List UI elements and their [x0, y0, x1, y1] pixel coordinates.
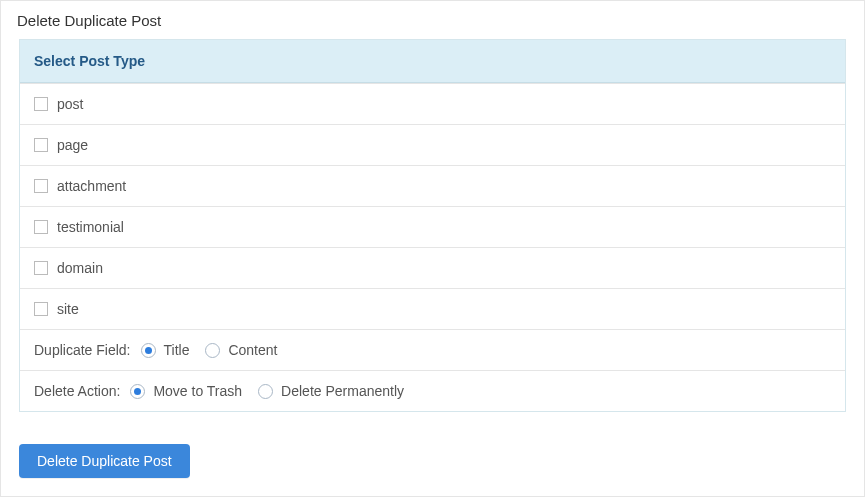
label-testimonial: testimonial: [57, 219, 124, 235]
duplicate-field-label: Duplicate Field:: [34, 342, 131, 358]
label-site: site: [57, 301, 79, 317]
post-type-row-domain: domain: [20, 247, 845, 288]
checkbox-attachment[interactable]: [34, 179, 48, 193]
delete-duplicate-post-button[interactable]: Delete Duplicate Post: [19, 444, 190, 478]
checkbox-site[interactable]: [34, 302, 48, 316]
radio-content-label: Content: [228, 342, 277, 358]
radio-content[interactable]: [205, 343, 220, 358]
label-page: page: [57, 137, 88, 153]
main-container: Delete Duplicate Post Select Post Type p…: [0, 0, 865, 497]
radio-move-to-trash[interactable]: [130, 384, 145, 399]
radio-title-label: Title: [164, 342, 190, 358]
checkbox-post[interactable]: [34, 97, 48, 111]
post-type-row-post: post: [20, 83, 845, 124]
delete-action-label: Delete Action:: [34, 383, 120, 399]
post-type-row-site: site: [20, 288, 845, 329]
label-post: post: [57, 96, 83, 112]
delete-action-row: Delete Action: Move to Trash Delete Perm…: [20, 370, 845, 411]
label-domain: domain: [57, 260, 103, 276]
panel-header-title: Select Post Type: [34, 53, 145, 69]
label-attachment: attachment: [57, 178, 126, 194]
radio-delete-permanently-label: Delete Permanently: [281, 383, 404, 399]
post-type-row-page: page: [20, 124, 845, 165]
panel-header: Select Post Type: [20, 40, 845, 83]
checkbox-testimonial[interactable]: [34, 220, 48, 234]
radio-title[interactable]: [141, 343, 156, 358]
duplicate-field-row: Duplicate Field: Title Content: [20, 329, 845, 370]
radio-delete-permanently[interactable]: [258, 384, 273, 399]
post-type-row-attachment: attachment: [20, 165, 845, 206]
radio-move-to-trash-label: Move to Trash: [153, 383, 242, 399]
post-type-row-testimonial: testimonial: [20, 206, 845, 247]
checkbox-page[interactable]: [34, 138, 48, 152]
checkbox-domain[interactable]: [34, 261, 48, 275]
page-title: Delete Duplicate Post: [1, 1, 864, 39]
post-type-panel: Select Post Type post page attachment te…: [19, 39, 846, 412]
